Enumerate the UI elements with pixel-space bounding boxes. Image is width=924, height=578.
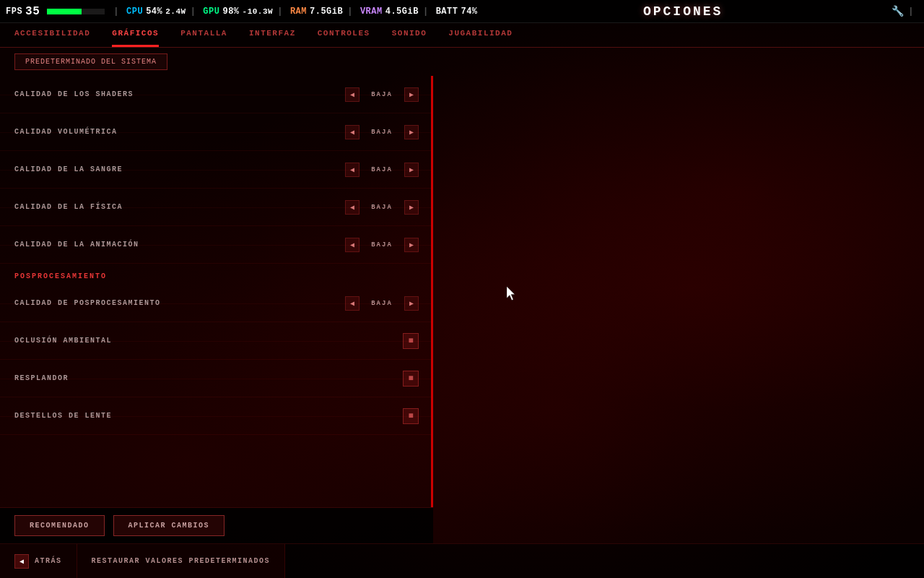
setting-value-postprocesamiento: BAJA bbox=[364, 300, 400, 307]
gpu-group: GPU 98% -10.3W | bbox=[203, 7, 287, 17]
setting-name-animacion: CALIDAD DE LA ANIMACIÓN bbox=[14, 241, 345, 249]
setting-row-postprocesamiento[interactable]: CALIDAD DE POSPROCESAMIENTO ◀ BAJA ▶ bbox=[0, 285, 433, 322]
cpu-group: CPU 54% 2.4W | bbox=[126, 7, 200, 17]
arrow-right-postprocesamiento[interactable]: ▶ bbox=[404, 296, 419, 311]
toggle-resplandor[interactable]: ■ bbox=[403, 371, 419, 387]
preset-area: PREDETERMINADO DEL SISTEMA bbox=[0, 48, 433, 76]
tab-controles[interactable]: CONTROLES bbox=[318, 29, 370, 47]
restore-label: RESTAURAR VALORES PREDETERMINADOS bbox=[92, 557, 271, 565]
tab-interfaz[interactable]: INTERFAZ bbox=[249, 29, 296, 47]
sep1: | bbox=[113, 7, 119, 17]
batt-value: 74% bbox=[461, 7, 477, 17]
sep6: | bbox=[908, 7, 914, 17]
vram-label: VRAM bbox=[360, 7, 383, 17]
toggle-destellos[interactable]: ■ bbox=[403, 408, 419, 424]
back-icon: ◀ bbox=[14, 554, 29, 569]
tab-graficos[interactable]: GRÁFICOS bbox=[112, 29, 159, 47]
sep5: | bbox=[423, 7, 429, 17]
nav-tabs: ACCESIBILIDAD GRÁFICOS PANTALLA INTERFAZ… bbox=[0, 23, 924, 48]
restore-button[interactable]: RESTAURAR VALORES PREDETERMINADOS bbox=[77, 544, 286, 578]
arrow-right-animacion[interactable]: ▶ bbox=[404, 238, 419, 252]
ram-label: RAM bbox=[290, 7, 307, 17]
arrow-left-shaders[interactable]: ◀ bbox=[345, 87, 359, 102]
sep2: | bbox=[191, 7, 196, 17]
setting-row-oclusion[interactable]: OCLUSIÓN AMBIENTAL ■ bbox=[0, 322, 433, 360]
postprocessing-header: POSPROCESAMIENTO bbox=[0, 264, 433, 285]
tab-jugabilidad[interactable]: JUGABILIDAD bbox=[448, 29, 513, 47]
settings-list[interactable]: CALIDAD DE LOS SHADERS ◀ BAJA ▶ CALIDAD … bbox=[0, 76, 433, 507]
setting-row-destellos[interactable]: DESTELLOS DE LENTE ■ bbox=[0, 397, 433, 435]
preset-button[interactable]: PREDETERMINADO DEL SISTEMA bbox=[14, 53, 167, 70]
arrow-left-postprocesamiento[interactable]: ◀ bbox=[345, 296, 359, 311]
tab-sonido[interactable]: SONIDO bbox=[392, 29, 427, 47]
toggle-oclusion[interactable]: ■ bbox=[403, 333, 419, 349]
footer-nav: ◀ ATRÁS RESTAURAR VALORES PREDETERMINADO… bbox=[0, 543, 924, 578]
hud-bar: FPS 35 | CPU 54% 2.4W | GPU 98% -10.3W |… bbox=[0, 0, 924, 23]
setting-control-oclusion: ■ bbox=[403, 333, 419, 349]
fps-bar bbox=[47, 9, 105, 14]
arrow-left-volumetrica[interactable]: ◀ bbox=[345, 125, 359, 139]
svg-marker-0 bbox=[507, 287, 515, 301]
fps-group: FPS 35 | bbox=[6, 5, 123, 18]
setting-control-animacion: ◀ BAJA ▶ bbox=[345, 238, 419, 252]
vram-value: 4.5GiB bbox=[385, 7, 419, 17]
arrow-right-fisica[interactable]: ▶ bbox=[404, 200, 419, 215]
setting-row-fisica[interactable]: CALIDAD DE LA FÍSICA ◀ BAJA ▶ bbox=[0, 189, 433, 226]
setting-name-oclusion: OCLUSIÓN AMBIENTAL bbox=[14, 337, 403, 345]
page-title: OPCIONES bbox=[481, 4, 886, 19]
setting-value-shaders: BAJA bbox=[364, 91, 400, 98]
cpu-watts: 2.4W bbox=[165, 7, 186, 16]
back-button[interactable]: ◀ ATRÁS bbox=[0, 544, 77, 578]
ram-value: 7.5GiB bbox=[310, 7, 343, 17]
setting-row-animacion[interactable]: CALIDAD DE LA ANIMACIÓN ◀ BAJA ▶ bbox=[0, 226, 433, 264]
sep3: | bbox=[277, 7, 283, 17]
setting-name-volumetrica: CALIDAD VOLUMÉTRICA bbox=[14, 128, 345, 136]
sep4: | bbox=[347, 7, 353, 17]
setting-control-volumetrica: ◀ BAJA ▶ bbox=[345, 125, 419, 139]
arrow-left-animacion[interactable]: ◀ bbox=[345, 238, 359, 252]
gpu-watts: -10.3W bbox=[243, 7, 274, 16]
setting-value-animacion: BAJA bbox=[364, 241, 400, 249]
back-label: ATRÁS bbox=[35, 557, 62, 565]
setting-row-volumetrica[interactable]: CALIDAD VOLUMÉTRICA ◀ BAJA ▶ bbox=[0, 113, 433, 151]
setting-control-resplandor: ■ bbox=[403, 371, 419, 387]
arrow-left-sangre[interactable]: ◀ bbox=[345, 163, 359, 177]
setting-control-postprocesamiento: ◀ BAJA ▶ bbox=[345, 296, 419, 311]
arrow-left-fisica[interactable]: ◀ bbox=[345, 200, 359, 215]
content-area: PREDETERMINADO DEL SISTEMA CALIDAD DE LO… bbox=[0, 48, 924, 543]
gpu-percent: 98% bbox=[222, 7, 239, 17]
setting-name-shaders: CALIDAD DE LOS SHADERS bbox=[14, 90, 345, 98]
arrow-right-shaders[interactable]: ▶ bbox=[404, 87, 419, 102]
setting-control-shaders: ◀ BAJA ▶ bbox=[345, 87, 419, 102]
gpu-label: GPU bbox=[203, 7, 219, 17]
setting-value-volumetrica: BAJA bbox=[364, 129, 400, 136]
arrow-right-sangre[interactable]: ▶ bbox=[404, 163, 419, 177]
batt-group: BATT 74% bbox=[436, 7, 478, 17]
tab-pantalla[interactable]: PANTALLA bbox=[180, 29, 227, 47]
vram-group: VRAM 4.5GiB | bbox=[360, 7, 433, 17]
batt-label: BATT bbox=[436, 7, 458, 17]
setting-name-sangre: CALIDAD DE LA SANGRE bbox=[14, 165, 345, 173]
setting-row-shaders[interactable]: CALIDAD DE LOS SHADERS ◀ BAJA ▶ bbox=[0, 76, 433, 113]
tab-accesibilidad[interactable]: ACCESIBILIDAD bbox=[14, 29, 90, 47]
setting-name-postprocesamiento: CALIDAD DE POSPROCESAMIENTO bbox=[14, 299, 345, 307]
bottom-actions: RECOMENDADO APLICAR CAMBIOS bbox=[0, 507, 433, 543]
main-content: ACCESIBILIDAD GRÁFICOS PANTALLA INTERFAZ… bbox=[0, 23, 924, 578]
cursor bbox=[507, 287, 518, 305]
apply-button[interactable]: APLICAR CAMBIOS bbox=[113, 515, 225, 536]
setting-value-fisica: BAJA bbox=[364, 204, 400, 211]
right-panel bbox=[433, 48, 924, 543]
wrench-icon[interactable]: 🔧 bbox=[892, 5, 905, 17]
left-panel: PREDETERMINADO DEL SISTEMA CALIDAD DE LO… bbox=[0, 48, 433, 543]
recommended-button[interactable]: RECOMENDADO bbox=[14, 515, 105, 536]
fps-bar-fill bbox=[47, 9, 82, 14]
setting-row-sangre[interactable]: CALIDAD DE LA SANGRE ◀ BAJA ▶ bbox=[0, 151, 433, 189]
setting-control-destellos: ■ bbox=[403, 408, 419, 424]
cpu-percent: 54% bbox=[146, 7, 162, 17]
setting-control-fisica: ◀ BAJA ▶ bbox=[345, 200, 419, 215]
setting-name-fisica: CALIDAD DE LA FÍSICA bbox=[14, 203, 345, 211]
setting-row-resplandor[interactable]: RESPLANDOR ■ bbox=[0, 360, 433, 397]
setting-name-resplandor: RESPLANDOR bbox=[14, 374, 403, 382]
setting-name-destellos: DESTELLOS DE LENTE bbox=[14, 412, 403, 420]
arrow-right-volumetrica[interactable]: ▶ bbox=[404, 125, 419, 139]
